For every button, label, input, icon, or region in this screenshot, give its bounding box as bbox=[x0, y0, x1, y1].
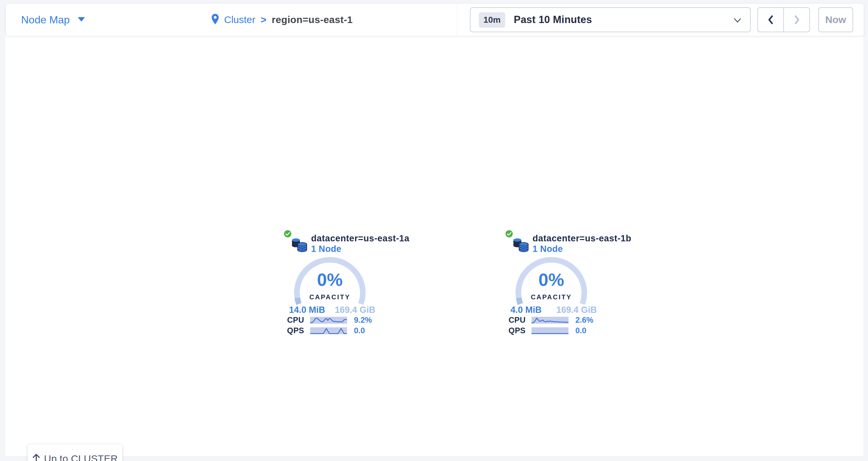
capacity-label: CAPACITY bbox=[293, 293, 366, 301]
health-check-icon bbox=[284, 230, 292, 238]
health-check-icon bbox=[505, 230, 513, 238]
cpu-metric-row: CPU 9.2% bbox=[284, 316, 372, 324]
capacity-percentage: 0% bbox=[293, 270, 366, 289]
qps-label: QPS bbox=[284, 326, 304, 335]
up-to-cluster-label: Up to CLUSTER bbox=[44, 453, 118, 461]
chevron-left-icon bbox=[767, 14, 775, 25]
database-stack-icon bbox=[513, 236, 530, 254]
capacity-percentage: 0% bbox=[515, 270, 588, 289]
time-prev-button[interactable] bbox=[758, 8, 784, 32]
view-selector-dropdown[interactable]: Node Map bbox=[21, 4, 85, 36]
locality-title[interactable]: datacenter=us-east-1b bbox=[532, 233, 631, 244]
capacity-total: 169.4 GiB bbox=[556, 305, 597, 315]
arrow-up-icon bbox=[32, 453, 40, 461]
caret-down-icon bbox=[78, 17, 85, 23]
cpu-sparkline bbox=[310, 317, 347, 324]
locality-title[interactable]: datacenter=us-east-1a bbox=[311, 233, 410, 244]
cpu-label: CPU bbox=[284, 316, 304, 325]
time-nav-group bbox=[757, 7, 810, 32]
qps-value: 0.0 bbox=[354, 326, 365, 335]
qps-value: 0.0 bbox=[576, 326, 586, 335]
header-divider bbox=[457, 4, 457, 36]
cpu-metric-row: CPU 2.6% bbox=[505, 316, 593, 324]
locality-card-us-east-1a[interactable]: datacenter=us-east-1a 1 Node 0% CAPACITY… bbox=[284, 230, 396, 338]
cpu-value: 2.6% bbox=[576, 316, 593, 325]
view-selector-label: Node Map bbox=[21, 14, 70, 26]
breadcrumb-cluster-link[interactable]: Cluster bbox=[224, 14, 255, 25]
cpu-label: CPU bbox=[505, 316, 526, 325]
time-range-select[interactable]: 10m Past 10 Minutes bbox=[470, 7, 751, 32]
cpu-value: 9.2% bbox=[354, 316, 372, 325]
chevron-down-icon bbox=[734, 18, 741, 24]
breadcrumb-current: region=us-east-1 bbox=[272, 14, 353, 25]
qps-sparkline bbox=[531, 327, 568, 334]
up-to-cluster-button[interactable]: Up to CLUSTER bbox=[27, 444, 123, 461]
header-bar: Node Map Cluster > region=us-east-1 10m … bbox=[6, 3, 864, 36]
time-range-label: Past 10 Minutes bbox=[514, 14, 592, 26]
locality-node-count: 1 Node bbox=[532, 244, 563, 254]
qps-label: QPS bbox=[505, 326, 526, 335]
qps-metric-row: QPS 0.0 bbox=[284, 327, 365, 335]
node-map-canvas: datacenter=us-east-1a 1 Node 0% CAPACITY… bbox=[5, 36, 863, 456]
capacity-label: CAPACITY bbox=[515, 293, 588, 301]
database-stack-icon bbox=[291, 236, 308, 254]
locality-node-count: 1 Node bbox=[311, 244, 341, 254]
cpu-sparkline bbox=[531, 317, 568, 324]
location-pin-icon bbox=[211, 13, 219, 26]
capacity-used: 14.0 MiB bbox=[289, 305, 325, 315]
time-next-button[interactable] bbox=[784, 8, 809, 32]
qps-sparkline bbox=[310, 327, 347, 334]
capacity-values-row: 14.0 MiB 169.4 GiB bbox=[289, 305, 375, 315]
breadcrumb-separator: > bbox=[261, 14, 267, 25]
breadcrumb: Cluster > region=us-east-1 bbox=[211, 4, 352, 36]
capacity-values-row: 4.0 MiB 169.4 GiB bbox=[510, 305, 597, 315]
chevron-right-icon bbox=[793, 14, 801, 25]
capacity-total: 169.4 GiB bbox=[335, 305, 375, 315]
time-range-badge: 10m bbox=[479, 12, 505, 28]
capacity-used: 4.0 MiB bbox=[510, 305, 542, 315]
locality-card-us-east-1b[interactable]: datacenter=us-east-1b 1 Node 0% CAPACITY… bbox=[505, 230, 617, 338]
qps-metric-row: QPS 0.0 bbox=[505, 327, 586, 335]
now-button[interactable]: Now bbox=[818, 7, 853, 32]
